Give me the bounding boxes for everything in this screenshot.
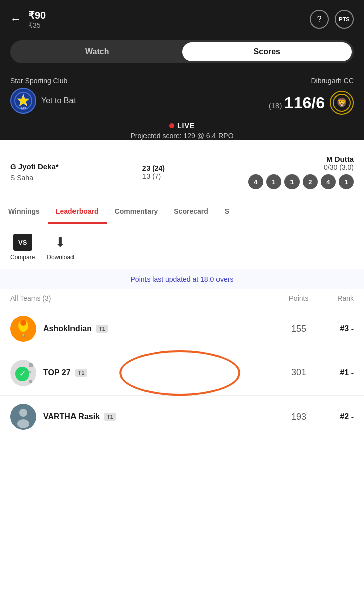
price-info: ₹90 ₹35 bbox=[28, 9, 46, 29]
lb-avatar-2: ✓ # bbox=[10, 360, 36, 386]
lb-rank-2: #1 - bbox=[319, 368, 354, 378]
lb-points-3: 193 bbox=[278, 412, 319, 422]
lb-badge-1: T1 bbox=[96, 325, 108, 333]
batter-left: G Jyoti Deka* S Saha bbox=[10, 162, 59, 182]
lb-header-rank: Rank bbox=[319, 294, 354, 303]
header-section: ← ₹90 ₹35 ? PTS Watch Scores Star Sporti… bbox=[0, 0, 364, 140]
bottom-padding bbox=[0, 438, 364, 469]
batters-row: G Jyoti Deka* S Saha 23 (24) 13 (7) M Du… bbox=[10, 155, 354, 189]
download-label: Download bbox=[47, 254, 74, 261]
tab-winnings[interactable]: Winnings bbox=[0, 200, 48, 224]
vs-icon: VS bbox=[13, 234, 32, 251]
team-left-block: CLUB Yet to Bat bbox=[10, 88, 76, 114]
lb-rank-3: #2 - bbox=[319, 412, 354, 421]
hash-dot: # bbox=[28, 371, 31, 376]
compare-label: Compare bbox=[10, 254, 35, 261]
lb-header-teams: All Teams (3) bbox=[10, 294, 278, 303]
bowler-section: M Dutta 0/30 (3.0) 4 1 1 2 4 1 bbox=[248, 155, 354, 189]
svg-point-10 bbox=[19, 409, 27, 417]
tab-commentary[interactable]: Commentary bbox=[107, 200, 166, 224]
lb-header-points: Points bbox=[278, 294, 319, 303]
lb-row-2: ✓ # TOP 27 T1 301 #1 - bbox=[0, 350, 364, 396]
bowler-name: M Dutta bbox=[248, 155, 354, 163]
svg-text:🙏: 🙏 bbox=[21, 332, 26, 337]
top-icons: ? PTS bbox=[310, 10, 354, 29]
ball-5: 4 bbox=[321, 174, 336, 189]
leaderboard-section: VS Compare ⬇ Download Points last update… bbox=[0, 224, 364, 438]
ball-2: 1 bbox=[266, 174, 281, 189]
leaderboard-header: All Teams (3) Points Rank bbox=[0, 289, 364, 308]
avatar-top27: ✓ # bbox=[10, 360, 36, 386]
tab-s[interactable]: S bbox=[216, 200, 237, 224]
team-right-logo: 🦁 bbox=[330, 91, 354, 115]
live-dot bbox=[169, 123, 174, 128]
team-left-logo: CLUB bbox=[10, 88, 36, 114]
ball-1: 4 bbox=[248, 174, 263, 189]
ball-4: 2 bbox=[303, 174, 318, 189]
price-sub: ₹35 bbox=[28, 21, 41, 29]
svg-point-11 bbox=[17, 419, 29, 428]
batter1-name: G Jyoti Deka* bbox=[10, 162, 59, 171]
whatsapp-icon: ✓ bbox=[15, 367, 29, 381]
lb-avatar-3 bbox=[10, 404, 36, 430]
lb-badge-2: T1 bbox=[75, 369, 88, 377]
lb-avatar-1: 🙏 bbox=[10, 316, 36, 342]
lb-rank-1: #3 - bbox=[319, 324, 354, 333]
lb-points-2: 301 bbox=[278, 367, 319, 378]
action-icons-row: VS Compare ⬇ Download bbox=[0, 224, 364, 269]
tab-switcher: Watch Scores bbox=[10, 40, 354, 63]
download-icon-box: ⬇ bbox=[50, 233, 71, 252]
projected-score: Projected score: 129 @ 6.4 RPO bbox=[10, 132, 354, 140]
lb-name-3: VARTHA Rasik bbox=[43, 412, 100, 421]
download-icon: ⬇ bbox=[55, 235, 66, 250]
scores-tab[interactable]: Scores bbox=[182, 42, 352, 61]
lb-name-block-3: VARTHA Rasik T1 bbox=[43, 412, 278, 421]
team-left-name: Star Sporting Club bbox=[10, 77, 67, 85]
pts-icon-button[interactable]: PTS bbox=[335, 10, 354, 29]
yet-to-bat-label: Yet to Bat bbox=[41, 96, 76, 105]
svg-text:CLUB: CLUB bbox=[20, 107, 26, 109]
score-overs: (18) bbox=[269, 101, 282, 110]
lb-name-1: AshokIndian bbox=[43, 324, 92, 333]
team-right-name: Dibrugarh CC bbox=[311, 77, 354, 85]
compare-icon-box: VS bbox=[12, 233, 33, 252]
batter1-score: 23 (24) bbox=[142, 164, 165, 172]
lb-name-block-2: TOP 27 T1 bbox=[43, 368, 278, 378]
ball-3: 1 bbox=[284, 174, 300, 189]
score-right: (18) 116/6 🦁 bbox=[269, 91, 354, 115]
lb-points-1: 155 bbox=[278, 324, 319, 334]
lb-row-1: 🙏 AshokIndian T1 155 #3 - bbox=[0, 308, 364, 350]
score-main: 116/6 bbox=[284, 94, 325, 112]
watch-tab[interactable]: Watch bbox=[12, 42, 182, 61]
svg-text:🦁: 🦁 bbox=[336, 97, 348, 108]
lb-badge-3: T1 bbox=[104, 413, 116, 421]
svg-point-7 bbox=[20, 320, 26, 326]
ball-6: 1 bbox=[339, 174, 354, 189]
score-text: (18) 116/6 bbox=[269, 94, 325, 112]
tab-scorecard[interactable]: Scorecard bbox=[166, 200, 216, 224]
avatar-ashokindian: 🙏 bbox=[10, 316, 36, 342]
balls-row: 4 1 1 2 4 1 bbox=[248, 174, 354, 189]
download-button[interactable]: ⬇ Download bbox=[47, 233, 74, 261]
bowler-stats: 0/30 (3.0) bbox=[248, 163, 354, 171]
batter2-name: S Saha bbox=[10, 174, 59, 182]
price-main: ₹90 bbox=[28, 9, 46, 21]
batting-section: G Jyoti Deka* S Saha 23 (24) 13 (7) M Du… bbox=[0, 147, 364, 200]
tab-leaderboard[interactable]: Leaderboard bbox=[48, 200, 107, 224]
back-button[interactable]: ← bbox=[10, 13, 21, 26]
live-row: LIVE bbox=[10, 122, 354, 130]
teams-row: Star Sporting Club Dibrugarh CC bbox=[10, 77, 354, 85]
match-info: Star Sporting Club Dibrugarh CC CLUB Yet… bbox=[0, 71, 364, 140]
batter2-score: 13 (7) bbox=[142, 172, 161, 180]
lb-name-block-1: AshokIndian T1 bbox=[43, 324, 278, 333]
compare-button[interactable]: VS Compare bbox=[10, 233, 35, 261]
help-icon-button[interactable]: ? bbox=[310, 10, 329, 29]
avatar-vartha bbox=[10, 404, 36, 430]
top-bar: ← ₹90 ₹35 ? PTS bbox=[0, 0, 364, 35]
lb-row-3: VARTHA Rasik T1 193 #2 - bbox=[0, 396, 364, 438]
nav-tabs: Winnings Leaderboard Commentary Scorecar… bbox=[0, 200, 364, 224]
points-updated: Points last updated at 18.0 overs bbox=[0, 269, 364, 289]
live-label: LIVE bbox=[177, 122, 195, 130]
lb-name-2: TOP 27 bbox=[43, 368, 71, 378]
